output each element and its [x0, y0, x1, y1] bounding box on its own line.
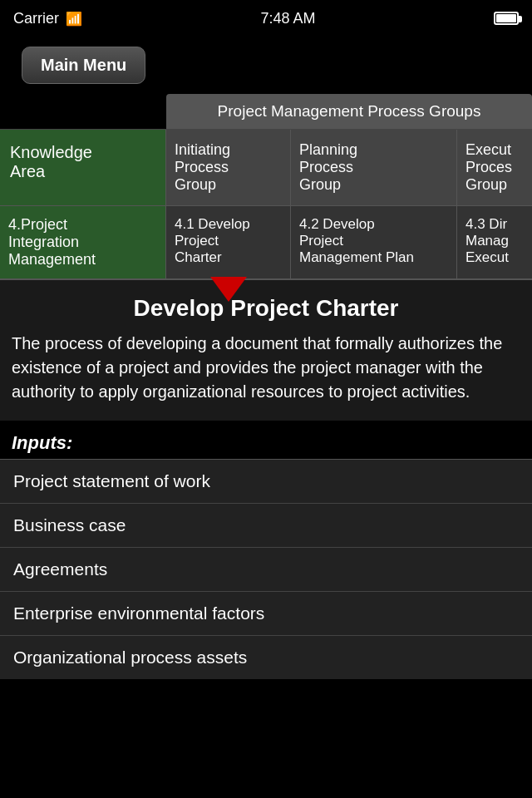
cell-initiating[interactable]: 4.1 DevelopProjectCharter: [166, 206, 291, 278]
wifi-icon: [66, 10, 82, 27]
main-menu-button[interactable]: Main Menu: [22, 47, 145, 84]
input-item: Agreements: [0, 547, 532, 591]
red-arrow-indicator: [210, 277, 247, 302]
col-header-initiating: InitiatingProcessGroup: [166, 130, 291, 205]
cell-knowledge-area: 4.ProjectIntegrationManagement: [0, 206, 166, 278]
col-header-planning: PlanningProcessGroup: [291, 130, 457, 205]
initiating-text: 4.1 DevelopProjectCharter: [175, 216, 250, 265]
input-item: Enterprise environmental factors: [0, 591, 532, 635]
battery-icon: [494, 12, 519, 25]
process-groups-header-section: Project Management Process Groups: [0, 94, 532, 129]
inputs-list: Project statement of workBusiness caseAg…: [0, 459, 532, 679]
input-item: Project statement of work: [0, 459, 532, 503]
status-bar: Carrier 7:48 AM: [0, 0, 532, 37]
col-header-executing: ExecutProcesGroup: [457, 130, 532, 205]
col-knowledge-label: KnowledgeArea: [10, 143, 92, 180]
carrier-label: Carrier: [13, 10, 59, 27]
detail-panel: Develop Project Charter The process of d…: [0, 278, 532, 421]
knowledge-area-text: 4.ProjectIntegrationManagement: [8, 216, 96, 268]
cell-executing[interactable]: 4.3 DirManagExecut: [457, 206, 532, 278]
executing-text: 4.3 DirManagExecut: [466, 216, 509, 265]
col-initiating-label: InitiatingProcessGroup: [175, 141, 230, 193]
clock: 7:48 AM: [260, 10, 315, 27]
process-groups-header: Project Management Process Groups: [166, 94, 532, 129]
table-data-row: 4.ProjectIntegrationManagement 4.1 Devel…: [0, 205, 532, 278]
col-executing-label: ExecutProcesGroup: [466, 141, 512, 193]
table-header-row: KnowledgeArea InitiatingProcessGroup Pla…: [0, 129, 532, 205]
input-item: Organizational process assets: [0, 635, 532, 679]
col-header-knowledge: KnowledgeArea: [0, 130, 166, 205]
cell-planning[interactable]: 4.2 DevelopProjectManagement Plan: [291, 206, 457, 278]
input-item: Business case: [0, 503, 532, 547]
inputs-section: Inputs: Project statement of workBusines…: [0, 427, 532, 679]
planning-text: 4.2 DevelopProjectManagement Plan: [299, 216, 414, 265]
detail-description: The process of developing a document tha…: [12, 332, 520, 404]
detail-title: Develop Project Charter: [12, 295, 520, 322]
inputs-label: Inputs:: [0, 427, 532, 459]
col-planning-label: PlanningProcessGroup: [299, 141, 357, 193]
